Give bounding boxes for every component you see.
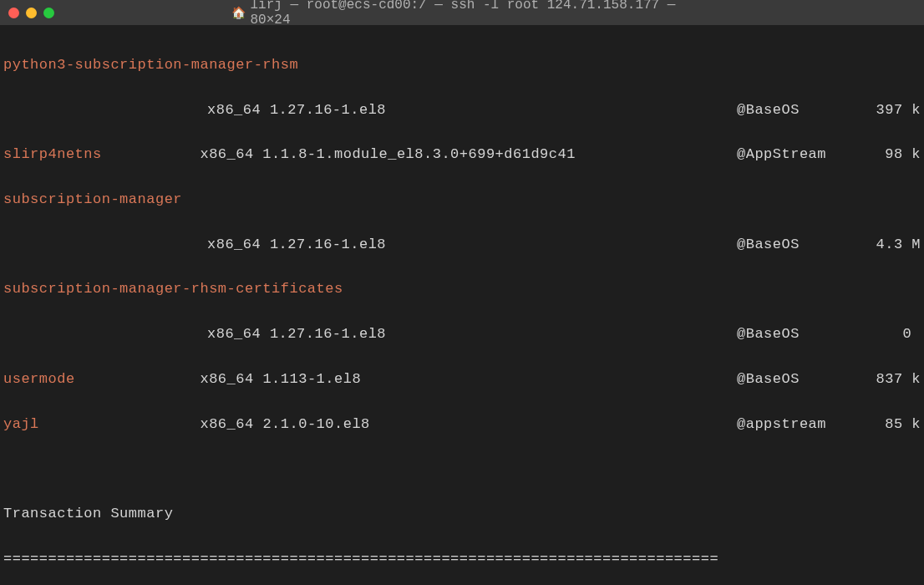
package-arch: x86_64: [207, 326, 261, 342]
package-name: yajl: [3, 416, 39, 432]
package-arch: x86_64: [200, 371, 253, 387]
window-title: 🏠 lirj — root@ecs-cd00:/ — ssh -l root 1…: [231, 0, 693, 28]
divider: ========================================…: [3, 548, 718, 571]
package-arch: x86_64: [200, 146, 253, 162]
package-repo: @appstream: [737, 414, 858, 436]
package-name: subscription-manager-rhsm-certificates: [3, 278, 343, 301]
package-repo: @AppStream: [737, 144, 858, 166]
package-size: 397 k: [858, 99, 921, 122]
title-label: lirj — root@ecs-cd00:/ — ssh -l root 124…: [251, 0, 693, 28]
transaction-summary-header: Transaction Summary: [3, 503, 173, 526]
package-size: 837 k: [858, 369, 921, 391]
package-name: subscription-manager: [3, 189, 182, 211]
package-size: 98 k: [858, 144, 921, 166]
package-version: 1.27.16-1.el8: [270, 326, 386, 342]
package-arch: x86_64: [200, 416, 253, 432]
close-button[interactable]: [8, 8, 19, 18]
package-name: slirp4netns: [3, 146, 102, 162]
window-titlebar: 🏠 lirj — root@ecs-cd00:/ — ssh -l root 1…: [0, 0, 924, 25]
window-controls: [8, 8, 54, 18]
home-icon: 🏠: [231, 6, 246, 20]
package-version: 1.1.8-1.module_el8.3.0+699+d61d9c41: [262, 146, 576, 162]
package-version: 1.27.16-1.el8: [270, 237, 386, 252]
package-version: 2.1.0-10.el8: [262, 416, 369, 432]
minimize-button[interactable]: [26, 8, 37, 18]
package-repo: @BaseOS: [737, 323, 858, 346]
terminal-output[interactable]: python3-subscription-manager-rhsm x86_64…: [0, 25, 924, 585]
package-repo: @BaseOS: [737, 369, 858, 391]
package-size: 4.3 M: [858, 234, 921, 257]
package-name: usermode: [3, 371, 75, 387]
package-version: 1.27.16-1.el8: [270, 102, 386, 118]
package-size: 85 k: [858, 414, 921, 436]
package-name: python3-subscription-manager-rhsm: [3, 54, 298, 77]
package-repo: @BaseOS: [737, 99, 858, 122]
package-arch: x86_64: [207, 237, 261, 252]
maximize-button[interactable]: [43, 8, 54, 18]
package-repo: @BaseOS: [737, 234, 858, 257]
package-arch: x86_64: [207, 102, 261, 118]
package-version: 1.113-1.el8: [262, 371, 361, 387]
package-size: 0: [858, 323, 921, 346]
